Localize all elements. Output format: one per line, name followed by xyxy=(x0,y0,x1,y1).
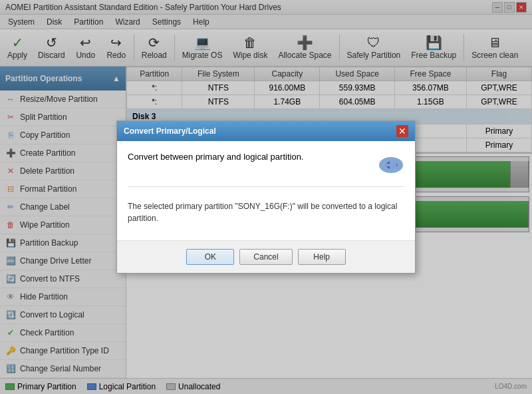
modal-description: Convert between primary and logical part… xyxy=(128,152,367,162)
modal-title: Convert Primary/Logical xyxy=(124,126,216,136)
modal-description-area: Convert between primary and logical part… xyxy=(128,152,367,162)
modal-footer: OK Cancel Help xyxy=(117,240,415,273)
modal-titlebar: Convert Primary/Logical ✕ xyxy=(117,121,415,141)
convert-primary-logical-dialog: Convert Primary/Logical ✕ Convert betwee… xyxy=(116,120,416,274)
modal-info: The selected primary partition "SONY_16G… xyxy=(128,195,404,230)
modal-overlay: Convert Primary/Logical ✕ Convert betwee… xyxy=(0,0,532,394)
modal-info-text: The selected primary partition "SONY_16G… xyxy=(128,200,404,224)
modal-close-button[interactable]: ✕ xyxy=(396,125,408,137)
modal-body: Convert between primary and logical part… xyxy=(117,141,415,240)
modal-cancel-button[interactable]: Cancel xyxy=(239,249,292,265)
modal-help-button[interactable]: Help xyxy=(298,249,346,265)
modal-convert-icon xyxy=(378,152,404,178)
modal-header-row: Convert between primary and logical part… xyxy=(128,152,404,187)
modal-ok-button[interactable]: OK xyxy=(186,249,234,265)
